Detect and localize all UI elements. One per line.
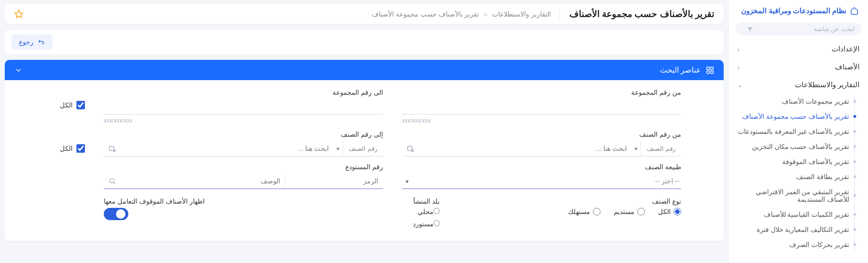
- breadcrumb-current: تقرير بالأصناف حسب مجموعة الأصناف: [372, 10, 479, 18]
- chevron-down-icon[interactable]: [14, 66, 23, 74]
- svg-line-10: [114, 182, 115, 184]
- search-panel-header[interactable]: عناصر البحث: [5, 60, 724, 80]
- search-panel: عناصر البحث من رقم المجموعة xxx/xxx/xxx …: [5, 60, 724, 241]
- from-group-input[interactable]: [402, 99, 681, 115]
- from-group-hint: xxx/xxx/xxx: [402, 117, 681, 124]
- nav-group-reports[interactable]: التقارير والاستطلاعات ⌄: [729, 76, 868, 94]
- all-groups-checkbox[interactable]: [76, 101, 85, 109]
- origin-imported-radio[interactable]: [434, 220, 440, 226]
- nav-item[interactable]: تقرير بحركات الصرف: [729, 237, 868, 252]
- warehouse-label: رقم المستودع: [104, 163, 383, 171]
- nav-item[interactable]: تقرير مجموعات الأصناف: [729, 94, 868, 109]
- nav-sublist: تقرير مجموعات الأصناف تقرير بالأصناف حسب…: [729, 94, 868, 252]
- svg-point-6: [412, 150, 414, 152]
- from-item-code-label: رقم الصنف: [641, 141, 681, 156]
- show-stopped-label: اظهار الأصناف الموقوف التعامل معها: [104, 197, 326, 205]
- toolbar: رجوع: [5, 30, 724, 54]
- system-title-text: نظام المستودعات ومراقبة المخزون: [741, 7, 846, 15]
- svg-marker-0: [15, 10, 23, 17]
- to-group-input[interactable]: [104, 99, 383, 115]
- nav-item[interactable]: تقرير بالأصناف حسب مكان التخزين: [729, 139, 868, 154]
- item-type-select-wrap: -- إختر --: [402, 173, 681, 189]
- origin-label: بلد المنشأ: [345, 197, 440, 205]
- origin-radios: محلي مستورد: [345, 208, 440, 228]
- search-icon[interactable]: [104, 173, 121, 189]
- origin-local-radio[interactable]: [434, 208, 440, 214]
- origin-imported[interactable]: مستورد: [345, 220, 440, 228]
- nav-item[interactable]: تقرير بالأصناف الموقوفة: [729, 154, 868, 169]
- chevron-left-icon: ‹: [737, 63, 740, 71]
- nav-item[interactable]: تقرير التكاليف المعيارية خلال فترة: [729, 222, 868, 237]
- nav-item-active[interactable]: تقرير بالأصناف حسب مجموعة الأصناف: [729, 109, 868, 124]
- svg-rect-7: [109, 146, 114, 150]
- svg-rect-3: [707, 71, 709, 73]
- lookup-icon[interactable]: [402, 141, 419, 156]
- kind-all-radio[interactable]: [674, 208, 681, 215]
- nav-label: الإعدادات: [832, 45, 860, 53]
- all-items-checkbox-wrap: الكل: [47, 144, 85, 156]
- kind-consumable-radio[interactable]: [593, 208, 601, 215]
- show-stopped-toggle[interactable]: نعم: [104, 208, 128, 220]
- nav-group-settings[interactable]: الإعدادات ‹: [729, 40, 868, 58]
- svg-rect-4: [711, 71, 713, 73]
- warehouse-group: [104, 173, 383, 189]
- nav-item[interactable]: تقرير المتبقي من العمر الافتراضي للأصناف…: [729, 184, 868, 207]
- sidebar-search-placeholder: ابحث عن شاشة: [753, 25, 855, 33]
- item-type-label: طبيعة الصنف: [402, 163, 681, 171]
- main-content: تقرير بالأصناف حسب مجموعة الأصناف التقار…: [0, 0, 728, 263]
- spacer: [47, 197, 85, 200]
- svg-rect-5: [408, 146, 412, 150]
- sidebar-search[interactable]: ابحث عن شاشة: [735, 23, 861, 35]
- item-kind-radios: الكل مستديم مستهلك: [459, 208, 681, 215]
- page-title: تقرير بالأصناف حسب مجموعة الأصناف: [559, 8, 714, 19]
- home-icon: [850, 7, 859, 15]
- kind-consumable[interactable]: مستهلك: [568, 208, 601, 215]
- all-items-label: الكل: [60, 145, 73, 152]
- to-item-dropdown[interactable]: ▾: [334, 141, 343, 156]
- system-title: نظام المستودعات ومراقبة المخزون: [729, 5, 868, 20]
- breadcrumb-sep: «: [484, 10, 487, 18]
- chevron-left-icon: ‹: [737, 45, 740, 53]
- warehouse-desc-input[interactable]: [121, 173, 285, 189]
- toggle-label: نعم: [117, 211, 125, 217]
- lookup-icon[interactable]: [104, 141, 121, 156]
- nav-item[interactable]: تقرير الكميات القياسية للأصناف: [729, 207, 868, 222]
- kind-durable[interactable]: مستديم: [614, 208, 645, 215]
- search-body: من رقم المجموعة xxx/xxx/xxx الى رقم المج…: [5, 80, 724, 241]
- star-icon[interactable]: [14, 9, 24, 19]
- chevron-down-icon: ⌄: [737, 81, 743, 89]
- grid-icon: [706, 66, 714, 74]
- kind-durable-radio[interactable]: [637, 208, 645, 215]
- nav-item[interactable]: تقرير بطاقة الصنف: [729, 169, 868, 184]
- breadcrumb-parent[interactable]: التقارير والاستطلاعات: [492, 10, 551, 18]
- to-group-label: الى رقم المجموعة: [104, 89, 383, 96]
- breadcrumb: التقارير والاستطلاعات « تقرير بالأصناف ح…: [372, 10, 551, 18]
- to-item-input[interactable]: [121, 141, 334, 156]
- from-item-dropdown[interactable]: ▾: [632, 141, 641, 156]
- sidebar: نظام المستودعات ومراقبة المخزون ابحث عن …: [728, 0, 868, 263]
- nav-label: الأصناف: [835, 63, 860, 71]
- kind-all[interactable]: الكل: [658, 208, 681, 215]
- warehouse-code-input[interactable]: [285, 173, 383, 189]
- filter-icon: [747, 26, 753, 33]
- page-header: تقرير بالأصناف حسب مجموعة الأصناف التقار…: [5, 4, 724, 24]
- to-item-code-label: رقم الصنف: [343, 141, 383, 156]
- all-groups-label: الكل: [60, 101, 73, 109]
- origin-local[interactable]: محلي: [345, 208, 440, 215]
- svg-point-8: [114, 150, 116, 152]
- svg-point-9: [110, 179, 114, 183]
- item-type-select[interactable]: -- إختر --: [402, 173, 681, 189]
- search-panel-title: عناصر البحث: [660, 66, 701, 74]
- back-arrow-icon: [37, 38, 45, 46]
- nav-item[interactable]: تقرير بالأصناف غير المعرفة بالمستودعات: [729, 124, 868, 139]
- all-items-checkbox[interactable]: [76, 144, 85, 153]
- svg-rect-2: [711, 67, 713, 69]
- from-item-group: رقم الصنف ▾: [402, 141, 681, 156]
- from-group-label: من رقم المجموعة: [402, 89, 681, 96]
- nav-group-items[interactable]: الأصناف ‹: [729, 58, 868, 76]
- back-button[interactable]: رجوع: [11, 34, 52, 49]
- to-item-group: رقم الصنف ▾: [104, 141, 383, 156]
- from-item-input[interactable]: [419, 141, 632, 156]
- to-group-hint: xxx/xxx/xxx: [104, 117, 383, 124]
- item-kind-label: نوع الصنف: [459, 197, 681, 205]
